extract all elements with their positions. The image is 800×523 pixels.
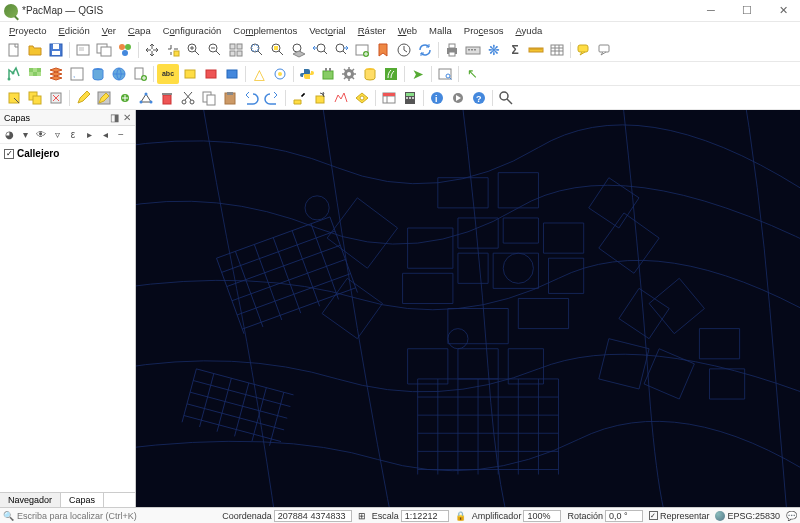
menu-ver[interactable]: Ver <box>97 24 121 37</box>
rotate-feat-button[interactable] <box>310 88 330 108</box>
panel-undock-button[interactable]: ◨ <box>110 112 119 123</box>
mag-value[interactable]: 100% <box>523 510 561 522</box>
zoom-selection-button[interactable] <box>268 40 288 60</box>
layer-style-icon[interactable]: ◕ <box>2 128 16 142</box>
temporal-button[interactable] <box>394 40 414 60</box>
save-project-button[interactable] <box>46 40 66 60</box>
add-raster-button[interactable] <box>25 64 45 84</box>
edit-toggle-button[interactable] <box>73 88 93 108</box>
menu-procesos[interactable]: Procesos <box>459 24 509 37</box>
save-edits-button[interactable] <box>94 88 114 108</box>
select-feature-button[interactable] <box>4 88 24 108</box>
action-button[interactable] <box>448 88 468 108</box>
tab-navegador[interactable]: Navegador <box>0 493 61 507</box>
add-wms-button[interactable] <box>109 64 129 84</box>
label-abc-button[interactable]: abc <box>157 64 179 84</box>
map-canvas[interactable] <box>136 110 800 507</box>
style-manager-button[interactable] <box>115 40 135 60</box>
menu-edicion[interactable]: Edición <box>54 24 95 37</box>
new-vector-button[interactable] <box>130 64 150 84</box>
crs-label[interactable]: EPSG:25830 <box>727 511 780 521</box>
open-table-button[interactable] <box>379 88 399 108</box>
zoom-last-button[interactable] <box>310 40 330 60</box>
refresh-button[interactable] <box>415 40 435 60</box>
add-delimited-button[interactable]: , <box>67 64 87 84</box>
minimize-button[interactable]: ─ <box>698 4 724 17</box>
pan-button[interactable] <box>142 40 162 60</box>
processing-button[interactable] <box>339 64 359 84</box>
add-postgis-button[interactable] <box>88 64 108 84</box>
decoration-button[interactable]: ❋ <box>484 40 504 60</box>
zoom-out-button[interactable] <box>205 40 225 60</box>
topology-button[interactable] <box>270 64 290 84</box>
maptips-button[interactable] <box>574 40 594 60</box>
zoom-in-button[interactable] <box>184 40 204 60</box>
deselect-button[interactable] <box>46 88 66 108</box>
search-tool-button[interactable] <box>496 88 516 108</box>
menu-proyecto[interactable]: Proyecto <box>4 24 52 37</box>
layer-item-callejero[interactable]: ✓ Callejero <box>4 148 131 159</box>
layer-add-group-icon[interactable]: ▾ <box>18 128 32 142</box>
menu-web[interactable]: Web <box>393 24 422 37</box>
locator-input[interactable] <box>17 511 147 521</box>
copy-button[interactable] <box>199 88 219 108</box>
keyboard-button[interactable] <box>463 40 483 60</box>
layer-remove-icon[interactable]: − <box>114 128 128 142</box>
layer-collapse-icon[interactable]: ◂ <box>98 128 112 142</box>
paste-button[interactable] <box>220 88 240 108</box>
simplify-button[interactable] <box>331 88 351 108</box>
close-button[interactable]: ✕ <box>770 4 796 17</box>
layout-manager-button[interactable] <box>94 40 114 60</box>
layer-expand-icon[interactable]: ▸ <box>82 128 96 142</box>
zoom-native-button[interactable] <box>226 40 246 60</box>
extents-icon[interactable]: ⊞ <box>358 511 366 521</box>
panel-close-button[interactable]: ✕ <box>123 112 131 123</box>
coord-value[interactable]: 207884 4374833 <box>274 510 352 522</box>
db-manager-button[interactable] <box>360 64 380 84</box>
tab-capas[interactable]: Capas <box>61 493 104 507</box>
pan-selection-button[interactable] <box>163 40 183 60</box>
georef-button[interactable]: △ <box>249 64 269 84</box>
metasearch-button[interactable] <box>435 64 455 84</box>
go2next-button[interactable]: ➤ <box>408 64 428 84</box>
delete-selected-button[interactable] <box>157 88 177 108</box>
zoom-layer-button[interactable] <box>289 40 309 60</box>
new-layout-button[interactable] <box>73 40 93 60</box>
rot-value[interactable]: 0,0 ° <box>605 510 643 522</box>
add-ring-button[interactable] <box>352 88 372 108</box>
undo-button[interactable] <box>241 88 261 108</box>
add-vector-button[interactable] <box>4 64 24 84</box>
python-button[interactable] <box>297 64 317 84</box>
zoom-next-button[interactable] <box>331 40 351 60</box>
add-feature-button[interactable] <box>115 88 135 108</box>
select-all-button[interactable] <box>25 88 45 108</box>
messages-icon[interactable]: 💬 <box>786 511 797 521</box>
measure-button[interactable] <box>526 40 546 60</box>
menu-malla[interactable]: Malla <box>424 24 457 37</box>
layer-visibility-icon[interactable]: 👁 <box>34 128 48 142</box>
layer-checkbox[interactable]: ✓ <box>4 149 14 159</box>
print-button[interactable] <box>442 40 462 60</box>
lock-icon[interactable]: 🔒 <box>455 511 466 521</box>
new-map-view-button[interactable] <box>352 40 372 60</box>
layer-expr-icon[interactable]: ε <box>66 128 80 142</box>
help-run-button[interactable]: ? <box>469 88 489 108</box>
annotation-button[interactable] <box>595 40 615 60</box>
layer-filter-icon[interactable]: ▿ <box>50 128 64 142</box>
menu-raster[interactable]: Ráster <box>353 24 391 37</box>
sigma-button[interactable]: Σ <box>505 40 525 60</box>
grass-button[interactable] <box>381 64 401 84</box>
identify-button[interactable]: i <box>427 88 447 108</box>
vertex-tool-button[interactable] <box>136 88 156 108</box>
menu-ayuda[interactable]: Ayuda <box>510 24 547 37</box>
redo-button[interactable] <box>262 88 282 108</box>
plugins-button[interactable] <box>318 64 338 84</box>
plugin-arrow-button[interactable]: ↖ <box>462 64 482 84</box>
table-button[interactable] <box>547 40 567 60</box>
move-feat-button[interactable] <box>289 88 309 108</box>
zoom-full-button[interactable] <box>247 40 267 60</box>
new-project-button[interactable] <box>4 40 24 60</box>
menu-complementos[interactable]: Complementos <box>228 24 302 37</box>
crs-icon[interactable] <box>715 511 725 521</box>
label-red-button[interactable] <box>201 64 221 84</box>
